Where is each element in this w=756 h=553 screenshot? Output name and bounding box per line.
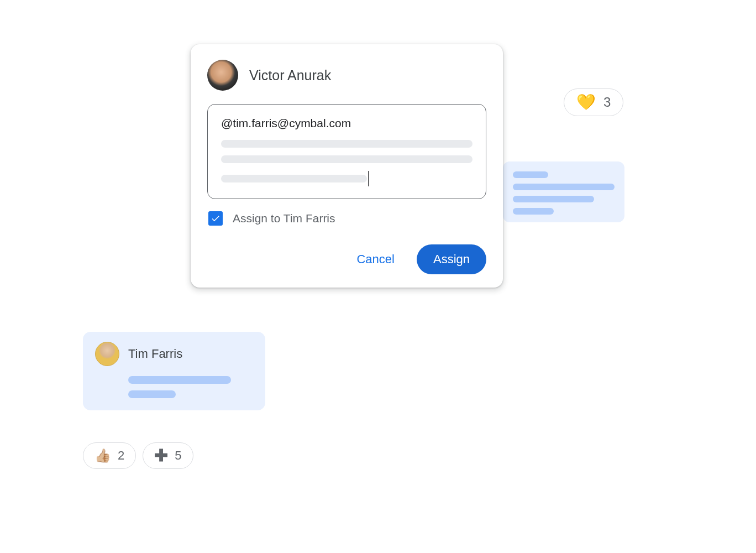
heart-icon: 💛 bbox=[576, 95, 596, 110]
button-row: Cancel Assign bbox=[207, 244, 486, 274]
check-icon bbox=[211, 213, 221, 223]
cancel-button[interactable]: Cancel bbox=[340, 244, 411, 274]
plus-icon: ✚ bbox=[154, 447, 168, 464]
reply-card-tim: Tim Farris bbox=[83, 332, 265, 410]
text-cursor bbox=[368, 171, 369, 186]
reaction-heart-pill[interactable]: 💛 3 bbox=[564, 88, 623, 116]
assign-row: Assign to Tim Farris bbox=[207, 211, 486, 226]
placeholder-line bbox=[221, 175, 367, 182]
reaction-heart-count: 3 bbox=[603, 95, 611, 110]
placeholder-line bbox=[128, 390, 176, 398]
assign-label: Assign to Tim Farris bbox=[233, 212, 335, 225]
reply-author-name: Tim Farris bbox=[128, 347, 182, 361]
background-snippet-right bbox=[503, 161, 624, 222]
assign-button[interactable]: Assign bbox=[417, 244, 486, 274]
avatar bbox=[207, 60, 238, 91]
avatar bbox=[95, 342, 119, 366]
comment-header: Victor Anurak bbox=[207, 60, 486, 91]
reaction-plus-count: 5 bbox=[175, 448, 181, 463]
reaction-plus-pill[interactable]: ✚ 5 bbox=[143, 442, 193, 469]
commenter-name: Victor Anurak bbox=[249, 67, 331, 84]
placeholder-line bbox=[221, 140, 473, 148]
reaction-thumbs-count: 2 bbox=[118, 448, 124, 463]
thumbs-up-icon: 👍🏼 bbox=[95, 449, 111, 462]
comment-dialog: Victor Anurak @tim.farris@cymbal.com Ass… bbox=[191, 44, 503, 288]
placeholder-line bbox=[513, 171, 548, 178]
reply-header: Tim Farris bbox=[95, 342, 253, 366]
mention-text: @tim.farris@cymbal.com bbox=[221, 117, 473, 130]
placeholder-line bbox=[513, 184, 615, 190]
comment-input[interactable]: @tim.farris@cymbal.com bbox=[207, 104, 486, 199]
placeholder-line bbox=[128, 376, 231, 384]
assign-checkbox[interactable] bbox=[208, 211, 223, 226]
placeholder-line bbox=[513, 208, 554, 215]
placeholder-line bbox=[221, 155, 473, 163]
reactions-bottom-row: 👍🏼 2 ✚ 5 bbox=[83, 442, 193, 469]
placeholder-line bbox=[513, 196, 594, 202]
reaction-thumbs-pill[interactable]: 👍🏼 2 bbox=[83, 442, 136, 469]
